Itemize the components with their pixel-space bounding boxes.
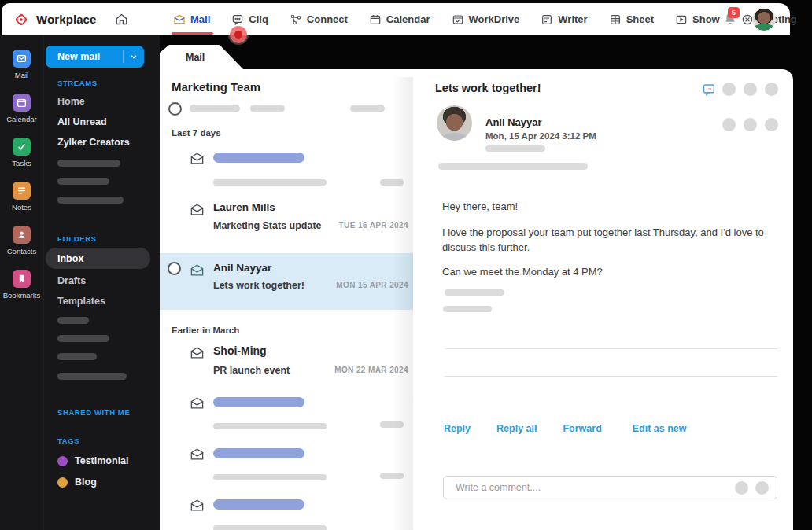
connect-icon: [290, 13, 302, 26]
list-item-anil-nayyar-selected[interactable]: Anil Nayyar Lets work together! MON 15 A…: [160, 253, 413, 310]
rail-item-tasks[interactable]: Tasks: [12, 138, 31, 167]
rail-label: Tasks: [12, 159, 31, 167]
tag-color-dot: [57, 477, 68, 488]
home-button[interactable]: [114, 12, 129, 27]
notes-app-icon: [13, 182, 31, 200]
calendar-app-icon: [13, 94, 31, 112]
nav-item-writer[interactable]: Writer: [541, 3, 587, 35]
message-subject: Lets work together!: [435, 82, 541, 94]
tag-color-dot: [57, 456, 68, 466]
group-label: Earlier in March: [172, 326, 239, 335]
reading-pane: Lets work together! Anil Nayyar Mon, 15 …: [413, 69, 793, 530]
body-greeting: Hey there, team!: [442, 200, 781, 215]
sheet-icon: [609, 13, 622, 26]
new-mail-button[interactable]: New mail: [46, 46, 144, 68]
signature-placeholder-bar: [445, 289, 504, 296]
rail-item-bookmarks[interactable]: Bookmarks: [3, 270, 41, 300]
inbox-label: Inbox: [46, 253, 83, 264]
nav-label: Calendar: [386, 13, 430, 25]
new-mail-dropdown[interactable]: [124, 53, 144, 61]
rail-item-calendar[interactable]: Calendar: [6, 94, 37, 123]
reply-all-button[interactable]: Reply all: [496, 423, 537, 434]
select-mail-checkbox[interactable]: [168, 262, 181, 275]
sidebar-item-templates[interactable]: Templates: [57, 296, 105, 307]
nav-item-sheet[interactable]: Sheet: [609, 3, 654, 35]
user-avatar[interactable]: [752, 8, 776, 31]
chevron-down-icon: [130, 53, 138, 61]
placeholder-bar: [57, 317, 89, 324]
nav-item-calendar[interactable]: Calendar: [369, 3, 430, 35]
edit-as-new-button[interactable]: Edit as new: [633, 423, 687, 434]
nav-item-show[interactable]: Show: [675, 3, 720, 35]
sidebar-item-drafts[interactable]: Drafts: [57, 275, 86, 286]
comment-bubble-icon[interactable]: [702, 83, 716, 97]
group-label: Last 7 days: [172, 128, 221, 138]
app-window: Workplace Mail Cliq: [0, 0, 812, 530]
shared-section-label: SHARED WITH ME: [57, 408, 130, 417]
bookmarks-app-icon: [13, 270, 31, 288]
placeholder-bar: [213, 474, 327, 480]
tag-item-testimonial[interactable]: Testimonial: [57, 455, 129, 466]
contacts-app-icon: [13, 226, 31, 244]
header-action-placeholder[interactable]: [722, 83, 736, 96]
click-indicator: [230, 26, 247, 43]
forward-button[interactable]: Forward: [563, 423, 601, 434]
reply-button[interactable]: Reply: [444, 423, 471, 434]
tags-section-label: TAGS: [57, 436, 79, 445]
placeholder-bar: [213, 179, 327, 186]
sender-avatar: [437, 105, 472, 141]
comment-box: [443, 476, 777, 499]
sidebar-item-all-unread[interactable]: All Unread: [57, 116, 107, 127]
header-action-placeholder[interactable]: [744, 83, 757, 96]
placeholder-bar: [190, 105, 240, 112]
sender-name: Lauren Mills: [213, 201, 275, 213]
tab-mail[interactable]: Mail: [160, 45, 244, 70]
sidebar-item-inbox[interactable]: Inbox: [46, 248, 150, 269]
nav-item-workdrive[interactable]: WorkDrive: [452, 3, 520, 35]
folders-section-label: FOLDERS: [57, 234, 97, 243]
notification-badge: 5: [728, 7, 740, 18]
rail-item-mail[interactable]: Mail: [13, 50, 31, 79]
header-action-placeholder[interactable]: [765, 83, 778, 96]
new-mail-label: New mail: [46, 51, 123, 62]
sidebar-item-zylker-creators[interactable]: Zylker Creators: [57, 137, 130, 148]
placeholder-bar: [57, 373, 127, 380]
tag-item-blog[interactable]: Blog: [57, 477, 97, 488]
envelope-icon: [190, 396, 205, 410]
mail-sidebar: New mail STREAMS Home All Unread Zylker …: [43, 35, 160, 530]
message-action-placeholder[interactable]: [744, 118, 757, 131]
placeholder-bar: [57, 160, 120, 167]
rail-item-notes[interactable]: Notes: [12, 182, 31, 212]
envelope-icon: [190, 202, 205, 217]
comment-input[interactable]: [444, 482, 735, 493]
envelope-icon: [190, 345, 205, 360]
writer-icon: [541, 13, 553, 26]
envelope-icon: [190, 151, 205, 166]
list-scrollbar[interactable]: [393, 77, 413, 530]
mail-subject: Marketing Stats update: [213, 220, 322, 231]
message-action-placeholder[interactable]: [765, 118, 778, 131]
select-all-checkbox[interactable]: [168, 102, 182, 116]
app-rail: Mail Calendar Tasks Notes Contacts: [0, 35, 43, 530]
placeholder-bar: [438, 163, 588, 170]
nav-item-connect[interactable]: Connect: [290, 3, 348, 35]
home-icon: [114, 12, 129, 27]
placeholder-bar: [250, 105, 285, 112]
rail-label: Calendar: [6, 115, 37, 123]
brand: Workplace: [2, 11, 97, 28]
body-question: Can we meet the Monday at 4 PM?: [442, 265, 781, 280]
sender-name: Shoi-Ming: [213, 344, 267, 357]
notifications-button[interactable]: 5: [722, 10, 740, 29]
mail-subject: Lets work together!: [213, 280, 304, 291]
placeholder-bar: [57, 335, 109, 342]
attach-placeholder-button[interactable]: [755, 481, 769, 495]
emoji-placeholder-button[interactable]: [735, 481, 748, 495]
placeholder-bar: [213, 525, 327, 530]
comment-actions: [735, 481, 777, 495]
rail-item-contacts[interactable]: Contacts: [7, 226, 37, 256]
message-action-placeholder[interactable]: [722, 118, 736, 131]
nav-label: WorkDrive: [469, 13, 520, 25]
nav-item-mail[interactable]: Mail: [173, 3, 210, 35]
sidebar-item-home[interactable]: Home: [57, 96, 85, 107]
calendar-icon: [369, 13, 382, 26]
